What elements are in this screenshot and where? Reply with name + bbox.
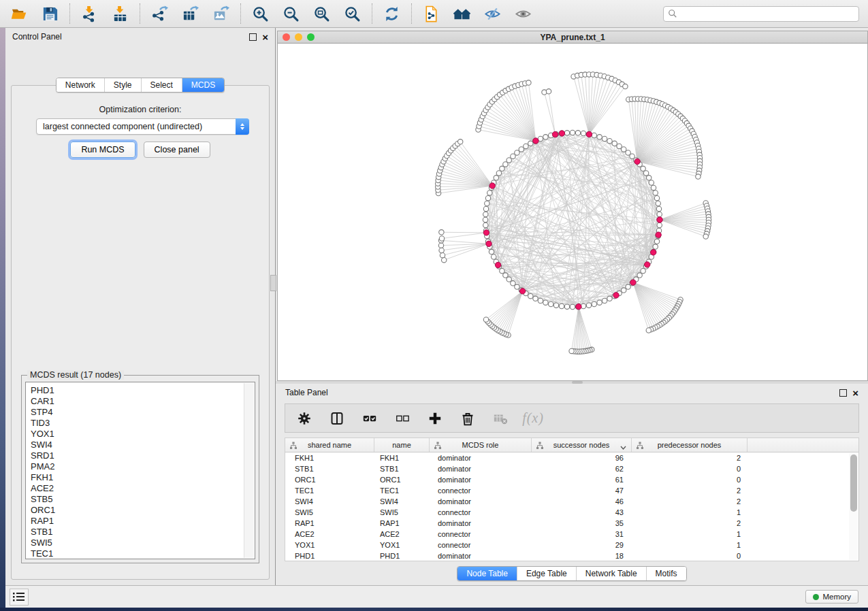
cell-predecessor-nodes[interactable]: 2 [632, 497, 748, 506]
mcds-result-item[interactable]: ORC1 [31, 505, 255, 516]
mcds-result-item[interactable]: PMA2 [31, 461, 255, 472]
cell-predecessor-nodes[interactable]: 2 [632, 454, 748, 462]
table-row[interactable]: PHD1PHD1dominator180 [285, 550, 858, 561]
import-table-icon[interactable] [111, 5, 129, 23]
mcds-result-item[interactable]: ACE2 [31, 483, 255, 494]
cell-MCDS-role[interactable]: dominator [430, 465, 532, 473]
cell-name[interactable]: RAP1 [374, 519, 430, 527]
cell-name[interactable]: FKH1 [374, 454, 430, 462]
tab-mcds[interactable]: MCDS [182, 78, 224, 92]
mcds-result-item[interactable]: RAP1 [31, 516, 255, 527]
cell-shared-name[interactable]: TEC1 [285, 486, 374, 495]
column-header-shared-name[interactable]: shared name [285, 438, 374, 452]
cell-name[interactable]: YOX1 [374, 541, 430, 549]
cell-successor-nodes[interactable]: 96 [532, 454, 632, 462]
close-panel-button[interactable]: Close panel [144, 142, 210, 158]
deselect-all-icon[interactable] [394, 410, 411, 427]
cell-name[interactable]: SWI4 [374, 497, 430, 506]
float-table-panel-icon[interactable] [839, 389, 847, 397]
search-input[interactable] [680, 8, 854, 19]
zoom-selected-icon[interactable] [343, 5, 361, 23]
cell-name[interactable]: ORC1 [374, 476, 430, 484]
mcds-result-item[interactable]: PHD1 [31, 385, 255, 396]
table-row[interactable]: ACE2ACE2connector311 [285, 529, 858, 540]
cell-predecessor-nodes[interactable]: 1 [632, 508, 748, 516]
cell-successor-nodes[interactable]: 46 [532, 497, 632, 506]
cell-MCDS-role[interactable]: connector [430, 530, 532, 538]
table-row[interactable]: YOX1YOX1connector291 [285, 540, 858, 550]
table-row[interactable]: FKH1FKH1dominator962 [285, 452, 858, 463]
cell-predecessor-nodes[interactable]: 0 [632, 552, 748, 560]
cell-predecessor-nodes[interactable]: 0 [632, 465, 748, 473]
table-scrollbar[interactable] [849, 453, 858, 560]
tab-select[interactable]: Select [141, 78, 182, 92]
table-row[interactable]: TEC1TEC1connector472 [285, 485, 858, 496]
cell-MCDS-role[interactable]: connector [430, 486, 532, 495]
cell-predecessor-nodes[interactable]: 2 [632, 486, 748, 495]
open-file-icon[interactable] [10, 5, 29, 23]
zoom-out-icon[interactable] [282, 5, 300, 23]
column-header-MCDS-role[interactable]: MCDS role [430, 438, 532, 452]
result-scrollbar[interactable] [244, 383, 254, 558]
cell-predecessor-nodes[interactable]: 1 [632, 530, 748, 538]
mcds-result-item[interactable]: SWI5 [31, 538, 255, 548]
cell-predecessor-nodes[interactable]: 0 [632, 476, 748, 484]
close-table-panel-icon[interactable]: × [852, 390, 858, 396]
table-row[interactable]: SWI4SWI4dominator462 [285, 496, 858, 507]
network-canvas[interactable] [278, 44, 867, 380]
mcds-result-item[interactable]: STP4 [31, 407, 255, 418]
column-header-predecessor-nodes[interactable]: predecessor nodes [632, 438, 748, 452]
table-tab-motifs[interactable]: Motifs [646, 567, 686, 580]
cell-name[interactable]: ACE2 [374, 530, 430, 538]
import-network-icon[interactable] [80, 5, 99, 23]
cell-MCDS-role[interactable]: connector [430, 508, 532, 516]
mcds-result-item[interactable]: CAR1 [31, 396, 255, 407]
tab-style[interactable]: Style [104, 78, 141, 92]
memory-button[interactable]: Memory [805, 590, 858, 604]
column-header-successor-nodes[interactable]: successor nodes [532, 438, 632, 452]
task-history-button[interactable] [10, 589, 29, 606]
network-overview-icon[interactable] [453, 5, 471, 23]
cell-successor-nodes[interactable]: 61 [532, 476, 632, 484]
cell-shared-name[interactable]: PHD1 [285, 552, 374, 560]
zoom-fit-icon[interactable] [312, 5, 331, 23]
mcds-result-item[interactable]: SRD1 [31, 450, 255, 461]
search-box[interactable] [663, 6, 859, 22]
cell-shared-name[interactable]: ACE2 [285, 530, 374, 538]
table-row[interactable]: SWI5SWI5connector431 [285, 507, 858, 518]
cell-name[interactable]: SWI5 [374, 508, 430, 516]
graph-fan-nodes[interactable] [436, 72, 711, 354]
cell-successor-nodes[interactable]: 35 [532, 519, 632, 527]
export-table-icon[interactable] [181, 5, 199, 23]
tab-network[interactable]: Network [57, 78, 104, 92]
delete-column-icon[interactable] [460, 410, 476, 427]
mcds-result-item[interactable]: TID3 [31, 418, 255, 429]
zoom-in-icon[interactable] [251, 5, 270, 23]
mcds-result-item[interactable]: FKH1 [31, 472, 255, 483]
network-window-titlebar[interactable]: YPA_prune.txt_1 [278, 31, 867, 44]
cell-shared-name[interactable]: SWI5 [285, 508, 374, 516]
cell-shared-name[interactable]: RAP1 [285, 519, 374, 527]
mcds-result-item[interactable]: SWI4 [31, 440, 255, 450]
close-panel-icon[interactable]: × [262, 34, 268, 40]
cell-successor-nodes[interactable]: 29 [532, 541, 632, 549]
mcds-result-item[interactable]: STB1 [31, 527, 255, 538]
share-network-document-icon[interactable] [422, 5, 440, 23]
mcds-result-item[interactable]: YOX1 [31, 429, 255, 440]
float-panel-icon[interactable] [249, 33, 257, 41]
select-all-icon[interactable] [361, 410, 378, 427]
cell-successor-nodes[interactable]: 18 [532, 552, 632, 560]
refresh-icon[interactable] [383, 5, 401, 23]
cell-successor-nodes[interactable]: 31 [532, 530, 632, 538]
cell-successor-nodes[interactable]: 62 [532, 465, 632, 473]
show-graphics-details-icon[interactable] [514, 5, 532, 23]
cell-shared-name[interactable]: STB1 [285, 465, 374, 473]
optimization-criterion-select[interactable]: largest connected component (undirected) [36, 118, 249, 135]
table-tab-edge-table[interactable]: Edge Table [517, 567, 576, 580]
cell-name[interactable]: TEC1 [374, 486, 430, 495]
mcds-result-item[interactable]: STB5 [31, 494, 255, 505]
cell-MCDS-role[interactable]: dominator [430, 476, 532, 484]
cell-MCDS-role[interactable]: dominator [430, 552, 532, 560]
cell-predecessor-nodes[interactable]: 2 [632, 519, 748, 527]
cell-successor-nodes[interactable]: 47 [532, 486, 632, 495]
